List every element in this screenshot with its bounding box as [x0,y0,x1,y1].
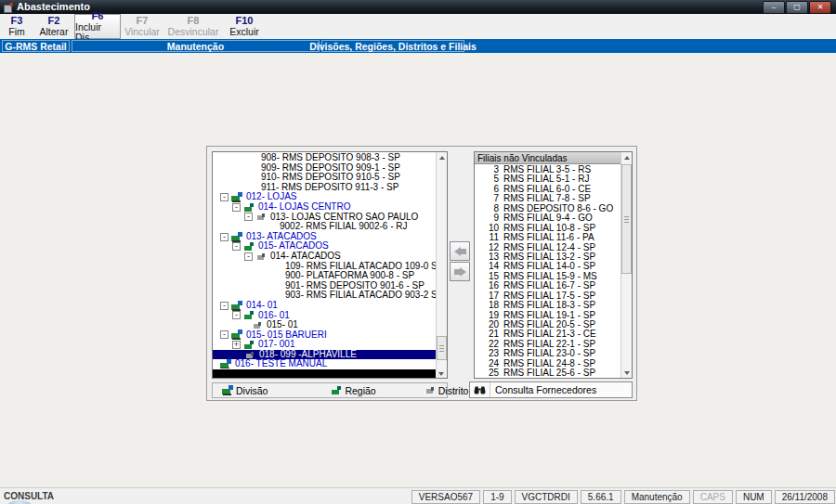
status-panel: NUM [736,490,772,504]
tree-item-label: 908- RMS DEPOSITO 908-3 - SP [261,153,400,163]
status-panel: VGCTDRDI [515,490,578,504]
tree-scroll-thumb[interactable] [437,336,447,360]
arrow-right-icon [454,267,466,277]
tree-item[interactable]: -016- 01 [213,311,436,321]
window-title: Abastecimento [17,0,90,14]
toolbar-excluir-button[interactable]: F10 Excluir [223,14,266,39]
unlinked-branches-list[interactable]: Filiais não Vinculadas 3RMS FILIAL 3-5 -… [474,151,633,379]
status-mode: CONSULTA [4,491,54,501]
toolbar-fim-key: F3 [11,16,23,26]
toolbar-desvincular-label: Desvincular [168,27,219,37]
list-row[interactable]: 25RMS FILIAL 25-6 - SP [475,368,620,378]
collapse-icon[interactable]: - [232,203,241,212]
move-right-button[interactable] [450,262,470,281]
division-icon [231,330,243,340]
transfer-controls [450,241,471,282]
division-icon [222,385,234,395]
tree-item[interactable]: 016- TESTE MANUAL [213,359,436,368]
collapse-icon[interactable]: - [244,213,253,221]
toolbar-alterar-key: F2 [48,16,60,26]
move-left-button[interactable] [450,241,470,261]
tree-item[interactable]: -015- 015 BARUERI [213,330,436,341]
expand-icon[interactable]: + [232,341,241,349]
region-icon [243,340,255,350]
region-icon [243,241,255,252]
close-button[interactable]: ✕ [809,1,831,14]
status-panel: VERSAO567 [411,490,480,504]
status-panel: CAPS [693,490,733,504]
tree-item-label: 903- RMS FILIAL ATACADO 903-2 SP [285,291,436,301]
toolbar-fim-label: Fim [8,27,25,37]
app-window: Abastecimento – ▢ ✕ F3 Fim F2 Alterar F6… [0,0,836,504]
toolbar-fim-button[interactable]: F3 Fim [0,14,33,39]
breadcrumb-module[interactable]: Manutenção [72,40,320,52]
tree-item[interactable]: 908- RMS DEPOSITO 908-3 - SP [213,153,436,163]
tree-item[interactable]: -014- LOJAS CENTRO [213,202,436,213]
list-rows: 3RMS FILIAL 3-5 - RS5RMS FILIAL 5-1 - RJ… [475,165,620,378]
breadcrumb-app[interactable]: G-RMS Retail [2,40,70,52]
tree-rows: 908- RMS DEPOSITO 908-3 - SP909- RMS DEP… [213,153,436,368]
legend-regiao-label: Região [345,385,375,396]
collapse-icon[interactable]: - [232,311,241,319]
district-icon [252,320,264,330]
status-panel: 26/11/2008 [775,490,835,504]
status-bar: CONSULTA VERSAO5671-9VGCTDRDI5.66.1Manut… [0,487,836,504]
tree-item-label: 014- ATACADOS [270,252,341,262]
minimize-button[interactable]: – [763,1,785,14]
scroll-up-icon[interactable] [621,152,632,162]
tree-item-label: 016- TESTE MANUAL [235,359,327,368]
main-panel: 908- RMS DEPOSITO 908-3 - SP909- RMS DEP… [206,146,637,401]
divisions-tree[interactable]: 908- RMS DEPOSITO 908-3 - SP909- RMS DEP… [212,151,448,379]
breadcrumb-screen[interactable]: Divisões, Regiões, Distritos e Filiais [321,40,464,52]
function-key-toolbar: F3 Fim F2 Alterar F6 Incluir Dis. F7 Vin… [0,14,836,40]
collapse-icon[interactable]: - [220,193,229,201]
list-row[interactable]: 18RMS FILIAL 18-3 - SP [475,301,620,310]
toolbar-incluir-dis-button[interactable]: F6 Incluir Dis. [74,14,121,39]
collapse-icon[interactable]: - [244,252,253,261]
collapse-icon[interactable]: - [220,330,229,339]
branch-name: RMS FILIAL 25-6 - SP [499,368,595,378]
branch-number: 11 [475,233,499,242]
scroll-down-icon[interactable] [621,368,632,378]
division-icon [220,359,232,368]
legend-regiao: Região [331,385,375,396]
scroll-down-icon[interactable] [436,369,447,378]
list-header[interactable]: Filiais não Vinculadas [475,152,620,164]
toolbar-vincular-key: F7 [137,16,149,26]
toolbar-alterar-label: Alterar [40,27,69,37]
toolbar-excluir-label: Excluir [229,27,259,37]
tree-item[interactable]: -014- 01 [213,301,436,311]
division-icon [231,232,243,242]
status-panel: 5.66.1 [581,490,621,504]
list-vertical-scrollbar[interactable] [620,152,632,378]
district-icon [244,350,256,360]
toolbar-excluir-key: F10 [236,16,254,26]
restore-button[interactable]: ▢ [786,1,808,14]
toolbar-alterar-button[interactable]: F2 Alterar [33,14,74,39]
branch-name: RMS FILIAL 18-3 - SP [499,301,595,310]
workspace: 908- RMS DEPOSITO 908-3 - SP909- RMS DEP… [0,53,836,487]
district-icon [425,385,437,395]
list-scroll-thumb[interactable] [621,164,632,274]
list-row[interactable]: 11RMS FILIAL 11-6 - PA [475,233,620,242]
collapse-icon[interactable]: - [220,233,229,241]
tree-legend: Divisão Região Distrito [212,382,448,398]
region-icon [243,310,255,320]
arrow-left-icon [454,247,466,256]
division-icon [231,192,243,202]
consulta-fornecedores-label: Consulta Fornecedores [490,384,596,395]
tree-item[interactable]: -014- ATACADOS [213,252,436,262]
consulta-fornecedores-button[interactable]: Consulta Fornecedores [469,381,633,398]
app-icon [4,3,13,12]
district-icon [255,252,268,262]
collapse-icon[interactable]: - [232,242,241,251]
legend-divisao: Divisão [222,385,268,396]
division-icon [231,301,243,311]
tree-item-label: 014- LOJAS CENTRO [258,202,350,213]
scroll-up-icon[interactable] [437,152,447,162]
region-icon [243,202,255,213]
collapse-icon[interactable]: - [220,302,229,310]
toolbar-desvincular-button: F8 Desvincular [163,14,223,39]
tree-horizontal-scrollbar[interactable] [213,369,436,378]
tree-vertical-scrollbar[interactable] [436,152,447,369]
